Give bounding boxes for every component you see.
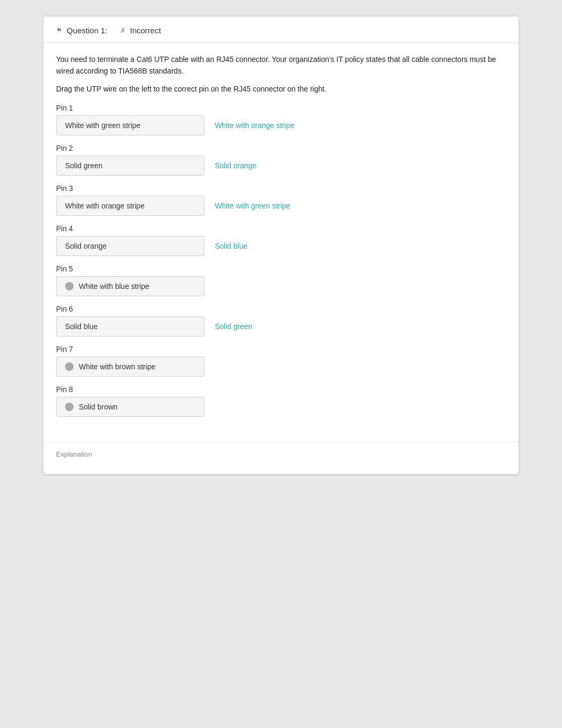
left-wire-4[interactable]: Solid orange <box>56 236 204 256</box>
status-label: Incorrect <box>130 26 161 35</box>
pin-section-3: Pin 3White with orange stripeWhite with … <box>56 184 506 216</box>
left-wire-3[interactable]: White with orange stripe <box>56 196 204 216</box>
pin-section-5: Pin 5White with blue stripe <box>56 265 506 296</box>
pin-label-4: Pin 4 <box>56 224 506 233</box>
explanation-label: Explanation <box>43 441 519 458</box>
left-wire-1[interactable]: White with green stripe <box>56 115 204 135</box>
left-wire-label-3: White with orange stripe <box>65 202 144 210</box>
left-wire-label-7: White with brown stripe <box>79 362 156 371</box>
left-wire-label-6: Solid blue <box>65 322 98 331</box>
pin-label-7: Pin 7 <box>56 345 506 353</box>
pin-row-6: Solid blueSolid green <box>56 316 506 336</box>
flag-icon: ⚑ <box>56 26 62 34</box>
pin-row-2: Solid greenSolid orange <box>56 156 506 176</box>
left-wire-8[interactable]: Solid brown <box>56 397 204 417</box>
status-icon: ✗ <box>120 26 126 34</box>
pin-row-3: White with orange stripeWhite with green… <box>56 196 506 216</box>
pin-label-8: Pin 8 <box>56 385 506 394</box>
pin-label-5: Pin 5 <box>56 265 506 273</box>
pin-row-4: Solid orangeSolid blue <box>56 236 506 256</box>
left-wire-label-8: Solid brown <box>79 403 117 411</box>
pin-label-2: Pin 2 <box>56 144 506 152</box>
content-area: You need to terminate a Cat6 UTP cable w… <box>43 43 519 436</box>
left-wire-label-2: Solid green <box>65 161 103 170</box>
pin-label-3: Pin 3 <box>56 184 506 193</box>
left-wire-7[interactable]: White with brown stripe <box>56 357 204 377</box>
right-wire-6: Solid green <box>215 322 252 331</box>
question-number-label: Question 1: <box>67 26 107 35</box>
wire-dot-5 <box>65 282 74 290</box>
right-wire-2: Solid orange <box>215 161 257 170</box>
right-wire-1: White with orange stripe <box>215 121 294 130</box>
pin-label-6: Pin 6 <box>56 305 506 313</box>
question-card: ⚑ Question 1: ✗ Incorrect You need to te… <box>43 16 519 475</box>
question-number: ⚑ Question 1: <box>56 26 107 35</box>
question-header: ⚑ Question 1: ✗ Incorrect <box>43 16 519 43</box>
pin-row-7: White with brown stripe <box>56 357 506 377</box>
pin-section-4: Pin 4Solid orangeSolid blue <box>56 224 506 256</box>
pin-section-1: Pin 1White with green stripeWhite with o… <box>56 104 506 135</box>
pins-container: Pin 1White with green stripeWhite with o… <box>56 104 506 417</box>
left-wire-label-5: White with blue stripe <box>79 282 149 290</box>
pin-section-8: Pin 8Solid brown <box>56 385 506 417</box>
left-wire-label-1: White with green stripe <box>65 121 140 130</box>
pin-section-2: Pin 2Solid greenSolid orange <box>56 144 506 176</box>
wire-dot-8 <box>65 403 74 411</box>
instruction-text: Drag the UTP wire on the left to the cor… <box>56 85 506 93</box>
wire-dot-7 <box>65 362 74 371</box>
left-wire-6[interactable]: Solid blue <box>56 316 204 336</box>
pin-section-6: Pin 6Solid blueSolid green <box>56 305 506 336</box>
pin-row-5: White with blue stripe <box>56 276 506 296</box>
right-wire-3: White with green stripe <box>215 202 290 210</box>
description-text: You need to terminate a Cat6 UTP cable w… <box>56 53 506 77</box>
pin-label-1: Pin 1 <box>56 104 506 112</box>
left-wire-label-4: Solid orange <box>65 242 107 250</box>
pin-section-7: Pin 7White with brown stripe <box>56 345 506 377</box>
left-wire-5[interactable]: White with blue stripe <box>56 276 204 296</box>
pin-row-8: Solid brown <box>56 397 506 417</box>
right-wire-4: Solid blue <box>215 242 248 250</box>
pin-row-1: White with green stripeWhite with orange… <box>56 115 506 135</box>
status-incorrect: ✗ Incorrect <box>120 26 161 35</box>
left-wire-2[interactable]: Solid green <box>56 156 204 176</box>
